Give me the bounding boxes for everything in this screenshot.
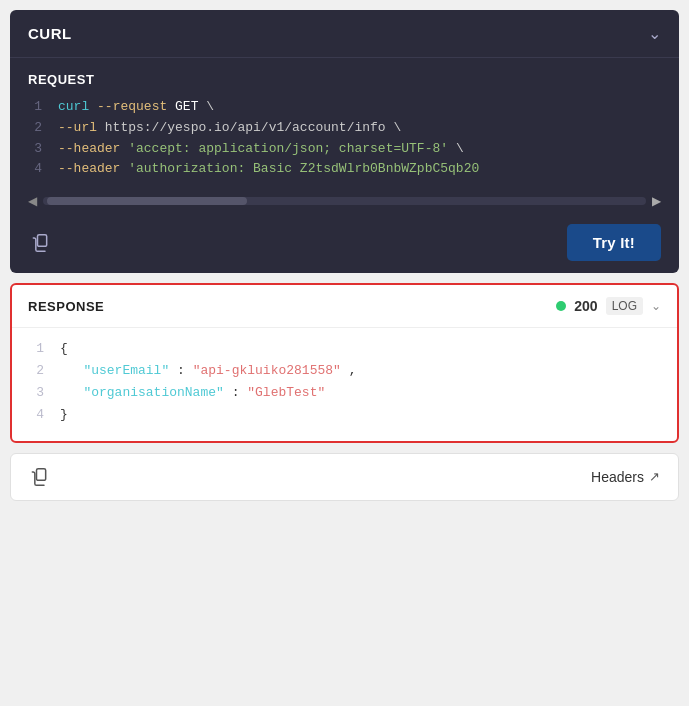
curl-header: CURL ⌄ <box>10 10 679 58</box>
resp-content-2: "userEmail" : "api-gkluiko281558" , <box>60 360 357 382</box>
resp-content-4: } <box>60 404 68 426</box>
response-panel: RESPONSE 200 LOG ⌄ 1 { 2 "userEmail" : " <box>10 283 679 442</box>
log-chevron-icon[interactable]: ⌄ <box>651 299 661 313</box>
scroll-thumb[interactable] <box>47 197 247 205</box>
headers-label: Headers <box>591 469 644 485</box>
clipboard-icon <box>30 232 50 254</box>
code-line-2: 2 --url https://yespo.io/api/v1/account/… <box>28 118 661 139</box>
code-line-3: 3 --header 'accept: application/json; ch… <box>28 139 661 160</box>
status-code: 200 <box>574 298 597 314</box>
copy-button[interactable] <box>28 230 52 256</box>
expand-icon: ↗ <box>649 469 660 484</box>
curl-title: CURL <box>28 25 72 42</box>
scroll-arrow-right-icon[interactable]: ▶ <box>652 194 661 208</box>
main-container: CURL ⌄ REQUEST 1 curl --request GET \ <box>10 10 679 501</box>
resp-line-num-4: 4 <box>30 404 44 426</box>
try-it-button[interactable]: Try It! <box>567 224 661 261</box>
line-num-2: 2 <box>28 118 42 139</box>
svg-rect-0 <box>38 234 47 246</box>
status-dot-icon <box>556 301 566 311</box>
chevron-down-icon[interactable]: ⌄ <box>648 24 661 43</box>
headers-button[interactable]: Headers ↗ <box>591 469 660 485</box>
code-content-3: --header 'accept: application/json; char… <box>58 139 464 160</box>
response-copy-button[interactable] <box>29 466 49 488</box>
code-content-4: --header 'authorization: Basic Z2tsdWlrb… <box>58 159 479 180</box>
scroll-arrow-left-icon[interactable]: ◀ <box>28 194 37 208</box>
request-section: REQUEST 1 curl --request GET \ 2 <box>10 58 679 184</box>
request-label: REQUEST <box>28 72 661 87</box>
code-block: 1 curl --request GET \ 2 --url https://y… <box>28 97 661 184</box>
action-bar: Try It! <box>10 212 679 273</box>
log-badge: LOG <box>606 297 643 315</box>
code-content-2: --url https://yespo.io/api/v1/account/in… <box>58 118 401 139</box>
clipboard-icon-2 <box>29 466 49 488</box>
resp-line-2: 2 "userEmail" : "api-gkluiko281558" , <box>30 360 659 382</box>
svg-rect-1 <box>37 468 46 480</box>
response-status: 200 LOG ⌄ <box>556 297 661 315</box>
resp-content-1: { <box>60 338 68 360</box>
response-header: RESPONSE 200 LOG ⌄ <box>12 285 677 328</box>
response-label: RESPONSE <box>28 299 104 314</box>
resp-line-num-2: 2 <box>30 360 44 382</box>
scroll-track[interactable] <box>43 197 646 205</box>
code-line-1: 1 curl --request GET \ <box>28 97 661 118</box>
line-num-3: 3 <box>28 139 42 160</box>
bottom-bar: Headers ↗ <box>10 453 679 501</box>
code-content-1: curl --request GET \ <box>58 97 214 118</box>
resp-line-num-1: 1 <box>30 338 44 360</box>
line-num-1: 1 <box>28 97 42 118</box>
code-line-4: 4 --header 'authorization: Basic Z2tsdWl… <box>28 159 661 180</box>
resp-line-4: 4 } <box>30 404 659 426</box>
resp-content-3: "organisationName" : "GlebTest" <box>60 382 325 404</box>
resp-line-3: 3 "organisationName" : "GlebTest" <box>30 382 659 404</box>
resp-line-1: 1 { <box>30 338 659 360</box>
scrollbar-row: ◀ ▶ <box>10 190 679 212</box>
resp-line-num-3: 3 <box>30 382 44 404</box>
response-code-block: 1 { 2 "userEmail" : "api-gkluiko281558" … <box>12 328 677 440</box>
curl-panel: CURL ⌄ REQUEST 1 curl --request GET \ <box>10 10 679 273</box>
line-num-4: 4 <box>28 159 42 180</box>
